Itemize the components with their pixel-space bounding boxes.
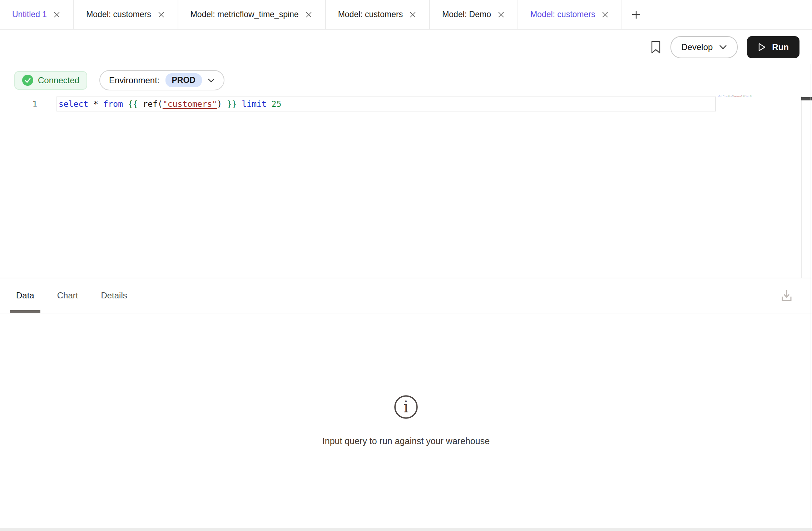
code-token: ) bbox=[217, 99, 222, 109]
code-token: 25 bbox=[750, 95, 752, 97]
code-token bbox=[222, 99, 227, 109]
bookmark-icon bbox=[650, 41, 661, 54]
code-token: }} bbox=[227, 99, 237, 109]
right-panel-border bbox=[811, 64, 811, 531]
code-token: 25 bbox=[272, 99, 282, 109]
environment-label: Environment: bbox=[109, 75, 159, 85]
code-token: from bbox=[103, 99, 123, 109]
code-token bbox=[138, 99, 143, 109]
tab-close-icon[interactable] bbox=[409, 10, 417, 19]
minimap-code-line: select * from {{ ref("customers") }} lim… bbox=[718, 95, 752, 97]
tab-close-icon[interactable] bbox=[157, 10, 165, 19]
editor-tab[interactable]: Untitled 1 bbox=[0, 0, 74, 29]
play-icon bbox=[758, 43, 766, 52]
code-token bbox=[237, 99, 242, 109]
connection-status-badge: Connected bbox=[14, 71, 87, 90]
tab-bar: Untitled 1Model: customersModel: metricf… bbox=[0, 0, 812, 30]
code-token: "customers" bbox=[163, 99, 217, 109]
environment-value-badge: PROD bbox=[165, 73, 202, 87]
code-token: * bbox=[93, 99, 98, 109]
editor-content[interactable]: select * from {{ ref("customers") }} lim… bbox=[50, 94, 812, 278]
editor-current-line[interactable]: select * from {{ ref("customers") }} lim… bbox=[56, 96, 716, 111]
code-token bbox=[98, 99, 103, 109]
chevron-down-icon bbox=[208, 78, 215, 83]
connection-status-label: Connected bbox=[38, 75, 79, 85]
results-panel: DataChartDetails i Input query to run ag… bbox=[0, 278, 812, 527]
tab-close-icon[interactable] bbox=[304, 10, 313, 19]
environment-selector[interactable]: Environment: PROD bbox=[99, 70, 224, 90]
results-tab-details[interactable]: Details bbox=[95, 278, 133, 313]
results-tab-bar: DataChartDetails bbox=[0, 278, 812, 313]
line-number: 1 bbox=[0, 94, 50, 278]
tab-label: Model: customers bbox=[338, 10, 403, 19]
download-icon bbox=[779, 288, 794, 303]
code-editor[interactable]: 1 select * from {{ ref("customers") }} l… bbox=[0, 94, 812, 278]
tab-label: Model: metricflow_time_spine bbox=[190, 10, 299, 19]
tab-label: Model: customers bbox=[86, 10, 151, 19]
code-token: limit bbox=[242, 99, 267, 109]
results-empty-state: i Input query to run against your wareho… bbox=[0, 313, 812, 527]
editor-tab[interactable]: Model: customers bbox=[74, 0, 178, 29]
editor-tabs: Untitled 1Model: customersModel: metricf… bbox=[0, 0, 622, 29]
code-token bbox=[123, 99, 128, 109]
run-button-label: Run bbox=[772, 42, 789, 52]
editor-tab[interactable]: Model: Demo bbox=[430, 0, 518, 29]
plus-icon bbox=[631, 9, 642, 20]
status-row: Connected Environment: PROD bbox=[0, 70, 812, 90]
editor-tab[interactable]: Model: customers bbox=[326, 0, 430, 29]
code-token: {{ bbox=[128, 99, 138, 109]
bookmark-button[interactable] bbox=[650, 41, 661, 54]
code-token bbox=[88, 99, 93, 109]
code-token: limit bbox=[746, 95, 749, 97]
code-token: select bbox=[718, 95, 722, 97]
new-tab-button[interactable] bbox=[622, 0, 650, 29]
bottom-scrollbar-track[interactable] bbox=[0, 528, 812, 531]
develop-button-label: Develop bbox=[681, 42, 713, 52]
empty-state-message: Input query to run against your warehous… bbox=[322, 436, 490, 446]
results-tabs: DataChartDetails bbox=[10, 278, 144, 313]
editor-minimap[interactable]: select * from {{ ref("customers") }} lim… bbox=[718, 95, 801, 279]
code-line: select * from {{ ref("customers") }} lim… bbox=[57, 99, 281, 109]
tab-label: Model: customers bbox=[530, 10, 595, 19]
editor-tab[interactable]: Model: metricflow_time_spine bbox=[178, 0, 326, 29]
app-root: Untitled 1Model: customersModel: metricf… bbox=[0, 0, 812, 531]
results-tab-chart[interactable]: Chart bbox=[51, 278, 84, 313]
editor-tab[interactable]: Model: customers bbox=[518, 0, 623, 29]
toolbar: Develop Run bbox=[0, 30, 812, 64]
code-token: from bbox=[724, 95, 727, 97]
tab-close-icon[interactable] bbox=[601, 10, 609, 19]
code-token: "customers" bbox=[733, 95, 742, 97]
tab-close-icon[interactable] bbox=[53, 10, 61, 19]
code-token: ( bbox=[158, 99, 163, 109]
code-token bbox=[267, 99, 272, 109]
info-icon: i bbox=[393, 394, 419, 421]
tab-close-icon[interactable] bbox=[497, 10, 505, 19]
chevron-down-icon bbox=[719, 45, 727, 49]
code-token: select bbox=[59, 99, 88, 109]
run-button[interactable]: Run bbox=[747, 36, 799, 58]
check-circle-icon bbox=[22, 75, 33, 86]
code-token: ref bbox=[143, 99, 158, 109]
tab-label: Model: Demo bbox=[442, 10, 491, 19]
download-button[interactable] bbox=[779, 278, 794, 313]
results-tab-data[interactable]: Data bbox=[10, 278, 40, 313]
editor-scrollbar-track[interactable] bbox=[801, 96, 811, 278]
svg-text:i: i bbox=[403, 398, 409, 416]
tab-label: Untitled 1 bbox=[12, 10, 47, 19]
develop-button[interactable]: Develop bbox=[670, 36, 738, 58]
